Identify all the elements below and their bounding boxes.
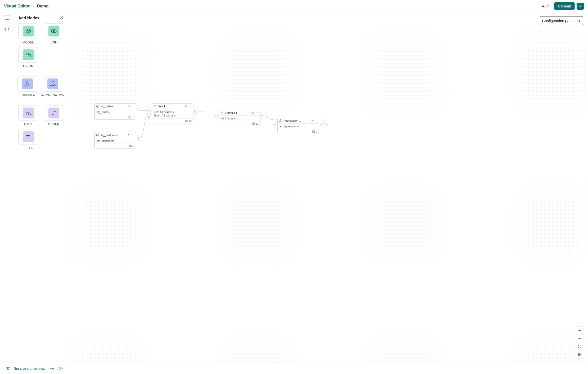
more-icon[interactable]: ⋯ xyxy=(314,119,317,122)
node-type-join[interactable] xyxy=(44,23,64,39)
output-port[interactable]: + xyxy=(261,114,265,117)
join-right-text: Right: All columns xyxy=(154,114,191,117)
svg-rect-13 xyxy=(131,145,132,147)
add-button[interactable] xyxy=(3,15,11,23)
node-type-aggregation[interactable] xyxy=(43,76,63,92)
node-stg-customers[interactable]: stg_customers ⋯ stg_customers 2 xyxy=(94,132,136,149)
columns-icon xyxy=(185,120,188,122)
bottom-bar: Runs and previews xyxy=(0,363,588,374)
flask-icon xyxy=(220,111,223,114)
output-port[interactable]: + xyxy=(320,123,323,126)
model-icon xyxy=(96,134,99,137)
svg-rect-17 xyxy=(187,120,187,122)
grid-view-button[interactable] xyxy=(576,350,584,358)
run-button[interactable]: Run xyxy=(538,2,552,10)
more-icon[interactable]: ⋯ xyxy=(131,105,134,108)
page-title[interactable]: Demo xyxy=(37,4,49,9)
node-type-label: UNION xyxy=(23,65,33,68)
svg-point-24 xyxy=(280,121,281,122)
node-body: Left: All columns Right: All columns xyxy=(152,109,193,119)
fit-view-button[interactable] xyxy=(576,342,584,350)
node-formula-1[interactable]: Formula 1 ⋯ +1 Columns 13 xyxy=(219,110,260,126)
node-title: Join 1 xyxy=(158,105,183,108)
input-port-right[interactable]: + xyxy=(147,113,151,117)
node-title: stg_orders xyxy=(101,105,126,108)
zoom-out-button[interactable] xyxy=(576,335,584,342)
union-icon xyxy=(26,52,31,58)
svg-point-1 xyxy=(53,30,56,33)
zoom-in-button[interactable] xyxy=(576,327,584,335)
svg-rect-21 xyxy=(254,123,255,125)
column-count: 0 xyxy=(316,130,317,133)
sidebar-title: Add Nodes xyxy=(18,16,39,20)
commit-dropdown-button[interactable] xyxy=(577,3,584,10)
play-icon[interactable] xyxy=(252,112,254,114)
port-label-left: L xyxy=(148,106,149,109)
node-type-label: MODEL xyxy=(23,41,34,44)
join-left-text: Left: All columns xyxy=(154,110,191,114)
columns-icon xyxy=(129,145,132,147)
node-body: +1 Aggregations xyxy=(278,124,319,129)
svg-point-23 xyxy=(279,121,280,122)
compass-button[interactable] xyxy=(59,367,63,371)
node-body: stg_orders xyxy=(95,109,136,115)
node-stg-orders[interactable]: stg_orders ⋯ stg_orders 10 xyxy=(94,103,136,120)
play-icon[interactable] xyxy=(127,105,130,108)
output-port[interactable]: + xyxy=(194,110,198,113)
code-view-button[interactable] xyxy=(4,27,9,31)
node-body: +1 Columns xyxy=(219,116,260,121)
node-type-label: FORMULA xyxy=(20,94,35,97)
node-type-union[interactable] xyxy=(18,47,38,63)
svg-rect-29 xyxy=(580,353,581,354)
input-port[interactable]: + xyxy=(273,123,276,126)
node-type-filter[interactable] xyxy=(18,129,38,145)
svg-point-32 xyxy=(6,367,7,368)
canvas[interactable]: Configuration panel stg_orders ⋯ stg_ord… xyxy=(68,12,588,363)
more-icon[interactable]: ⋯ xyxy=(189,105,192,108)
node-type-order[interactable] xyxy=(44,105,64,121)
commit-history-button[interactable] xyxy=(50,367,54,370)
configuration-panel-label: Configuration panel xyxy=(542,19,574,23)
input-port[interactable]: + xyxy=(214,114,218,117)
node-type-formula[interactable] xyxy=(17,76,37,92)
node-type-label: LIMIT xyxy=(24,123,32,126)
play-icon[interactable] xyxy=(310,119,313,122)
node-join-1[interactable]: Join 1 ⋯ Left: All columns Right: All co… xyxy=(152,103,193,123)
cube-icon xyxy=(26,28,31,34)
svg-rect-20 xyxy=(253,123,253,125)
node-type-label: AGGREGATION xyxy=(41,94,65,97)
port-label-right: R xyxy=(148,117,150,119)
divider xyxy=(17,72,65,72)
svg-rect-11 xyxy=(129,116,130,118)
runs-and-previews-label: Runs and previews xyxy=(13,366,45,371)
app-name[interactable]: Visual Editor xyxy=(4,4,30,9)
join-icon xyxy=(153,105,156,108)
node-type-limit[interactable] xyxy=(18,105,38,121)
gauge-icon xyxy=(26,111,31,115)
output-port[interactable]: + xyxy=(137,137,140,141)
column-count: 12 xyxy=(189,119,192,122)
more-icon[interactable]: ⋯ xyxy=(131,133,134,137)
output-port[interactable]: + xyxy=(137,109,140,112)
input-port-left[interactable]: + xyxy=(147,109,151,112)
svg-point-9 xyxy=(28,112,29,112)
more-icon[interactable]: ⋯ xyxy=(256,111,259,114)
configuration-panel-button[interactable]: Configuration panel xyxy=(539,16,584,25)
play-icon[interactable] xyxy=(185,105,187,108)
node-type-model[interactable] xyxy=(18,23,38,39)
node-aggregation-1[interactable]: Aggregation 1 ⋯ +1 Aggregations 0 xyxy=(277,118,319,134)
runs-and-previews-button[interactable]: Runs and previews xyxy=(6,366,45,371)
warning-icon xyxy=(248,112,250,114)
collapse-sidebar-button[interactable] xyxy=(59,16,64,20)
svg-rect-2 xyxy=(52,82,54,83)
svg-rect-22 xyxy=(280,119,281,120)
chevron-right-icon: › xyxy=(33,4,34,8)
columns-icon xyxy=(128,116,130,118)
collapse-right-icon xyxy=(577,19,581,22)
filter-icon xyxy=(26,135,31,139)
svg-point-5 xyxy=(54,85,55,86)
node-title: stg_customers xyxy=(101,134,126,137)
play-icon[interactable] xyxy=(127,134,130,136)
svg-point-6 xyxy=(28,114,28,115)
commit-button[interactable]: Commit xyxy=(554,2,575,10)
